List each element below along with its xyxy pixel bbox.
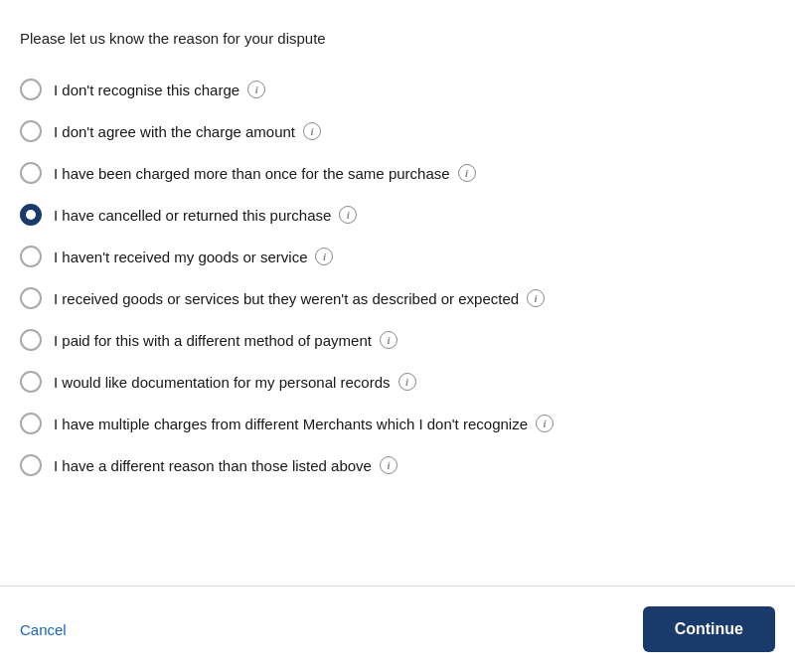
radio-item-9[interactable]: I have multiple charges from different M… (20, 403, 775, 444)
radio-item-10[interactable]: I have a different reason than those lis… (20, 444, 775, 486)
main-content: Please let us know the reason for your d… (0, 0, 795, 576)
radio-label-7: I paid for this with a different method … (54, 331, 398, 349)
radio-item-8[interactable]: I would like documentation for my person… (20, 361, 775, 403)
radio-label-8: I would like documentation for my person… (54, 373, 416, 391)
radio-item-5[interactable]: I haven't received my goods or service i (20, 236, 775, 277)
page-title: Please let us know the reason for your d… (20, 30, 775, 47)
info-icon-10[interactable]: i (380, 456, 398, 474)
info-icon-9[interactable]: i (536, 415, 554, 432)
radio-label-6: I received goods or services but they we… (54, 289, 545, 307)
info-icon-5[interactable]: i (315, 248, 333, 265)
info-icon-3[interactable]: i (458, 164, 476, 182)
radio-label-1: I don't recognise this charge i (54, 81, 265, 98)
radio-item-7[interactable]: I paid for this with a different method … (20, 319, 775, 361)
radio-label-10: I have a different reason than those lis… (54, 456, 398, 474)
info-icon-7[interactable]: i (380, 331, 398, 349)
info-icon-8[interactable]: i (398, 373, 416, 391)
radio-input-4[interactable] (20, 204, 42, 226)
footer: Cancel Continue (0, 587, 795, 672)
radio-label-2: I don't agree with the charge amount i (54, 122, 321, 140)
radio-item-3[interactable]: I have been charged more than once for t… (20, 152, 775, 194)
radio-label-5: I haven't received my goods or service i (54, 248, 333, 265)
radio-input-2[interactable] (20, 120, 42, 142)
info-icon-4[interactable]: i (339, 206, 357, 224)
radio-input-1[interactable] (20, 79, 42, 100)
radio-item-6[interactable]: I received goods or services but they we… (20, 277, 775, 319)
info-icon-1[interactable]: i (247, 81, 265, 98)
radio-input-8[interactable] (20, 371, 42, 393)
radio-label-9: I have multiple charges from different M… (54, 415, 554, 432)
radio-group: I don't recognise this charge iI don't a… (20, 69, 775, 486)
radio-label-4: I have cancelled or returned this purcha… (54, 206, 357, 224)
radio-input-3[interactable] (20, 162, 42, 184)
radio-item-1[interactable]: I don't recognise this charge i (20, 69, 775, 110)
radio-input-6[interactable] (20, 287, 42, 309)
radio-input-10[interactable] (20, 454, 42, 476)
cancel-button[interactable]: Cancel (20, 613, 67, 646)
info-icon-2[interactable]: i (303, 122, 321, 140)
info-icon-6[interactable]: i (527, 289, 545, 307)
radio-input-7[interactable] (20, 329, 42, 351)
radio-input-5[interactable] (20, 246, 42, 267)
continue-button[interactable]: Continue (643, 606, 775, 652)
radio-item-4[interactable]: I have cancelled or returned this purcha… (20, 194, 775, 236)
radio-label-3: I have been charged more than once for t… (54, 164, 476, 182)
radio-item-2[interactable]: I don't agree with the charge amount i (20, 110, 775, 152)
radio-input-9[interactable] (20, 413, 42, 434)
